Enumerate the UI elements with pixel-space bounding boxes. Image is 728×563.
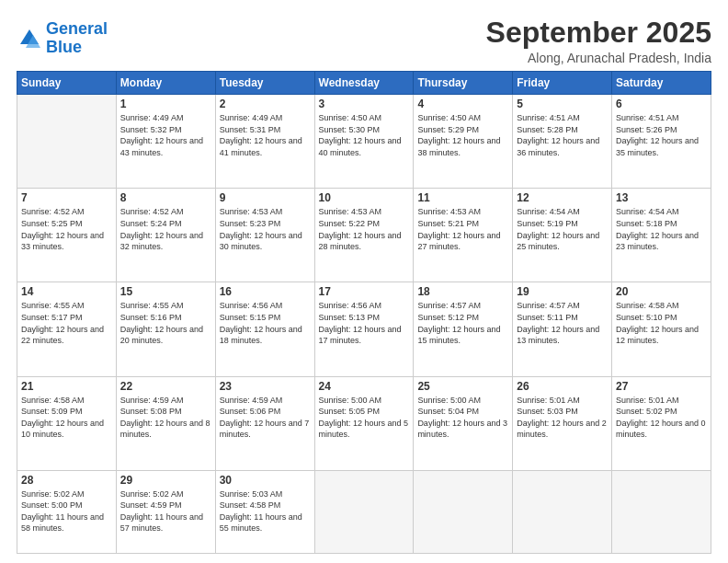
day-info: Sunrise: 4:50 AM Sunset: 5:30 PM Dayligh…	[319, 112, 410, 158]
day-number: 26	[517, 380, 608, 393]
day-number: 8	[120, 191, 211, 204]
day-info: Sunrise: 4:56 AM Sunset: 5:13 PM Dayligh…	[319, 300, 410, 346]
calendar-cell	[414, 470, 513, 553]
day-info: Sunrise: 4:58 AM Sunset: 5:09 PM Dayligh…	[21, 395, 112, 441]
col-friday: Friday	[513, 72, 612, 95]
logo-text: General Blue	[46, 20, 108, 57]
day-info: Sunrise: 5:02 AM Sunset: 4:59 PM Dayligh…	[120, 488, 211, 534]
day-number: 15	[120, 285, 211, 298]
day-info: Sunrise: 5:02 AM Sunset: 5:00 PM Dayligh…	[21, 488, 112, 534]
calendar-cell: 15 Sunrise: 4:55 AM Sunset: 5:16 PM Dayl…	[116, 282, 215, 376]
calendar-cell: 14 Sunrise: 4:55 AM Sunset: 5:17 PM Dayl…	[17, 282, 117, 376]
day-number: 12	[517, 191, 608, 204]
day-number: 4	[417, 98, 508, 110]
day-number: 16	[220, 285, 311, 298]
calendar-cell: 17 Sunrise: 4:56 AM Sunset: 5:13 PM Dayl…	[314, 282, 414, 376]
day-number: 2	[220, 98, 311, 110]
calendar-cell: 13 Sunrise: 4:54 AM Sunset: 5:18 PM Dayl…	[612, 189, 711, 282]
day-number: 30	[220, 474, 311, 487]
calendar-cell: 12 Sunrise: 4:54 AM Sunset: 5:19 PM Dayl…	[513, 189, 612, 282]
calendar-table: Sunday Monday Tuesday Wednesday Thursday…	[17, 71, 711, 554]
day-info: Sunrise: 5:01 AM Sunset: 5:02 PM Dayligh…	[616, 395, 707, 441]
col-wednesday: Wednesday	[314, 72, 414, 95]
day-info: Sunrise: 5:00 AM Sunset: 5:04 PM Dayligh…	[417, 395, 508, 441]
day-info: Sunrise: 4:57 AM Sunset: 5:12 PM Dayligh…	[417, 300, 508, 346]
day-info: Sunrise: 4:53 AM Sunset: 5:23 PM Dayligh…	[220, 206, 311, 252]
day-info: Sunrise: 4:49 AM Sunset: 5:31 PM Dayligh…	[220, 112, 311, 158]
calendar-cell: 29 Sunrise: 5:02 AM Sunset: 4:59 PM Dayl…	[116, 470, 215, 553]
calendar-cell: 22 Sunrise: 4:59 AM Sunset: 5:08 PM Dayl…	[116, 376, 215, 470]
calendar-cell: 26 Sunrise: 5:01 AM Sunset: 5:03 PM Dayl…	[513, 376, 612, 470]
calendar-cell: 18 Sunrise: 4:57 AM Sunset: 5:12 PM Dayl…	[414, 282, 513, 376]
header: General Blue September 2025 Along, Aruna…	[17, 17, 711, 65]
calendar-cell: 27 Sunrise: 5:01 AM Sunset: 5:02 PM Dayl…	[612, 376, 711, 470]
calendar-cell: 8 Sunrise: 4:52 AM Sunset: 5:24 PM Dayli…	[116, 189, 215, 282]
day-info: Sunrise: 4:58 AM Sunset: 5:10 PM Dayligh…	[616, 300, 707, 346]
day-info: Sunrise: 4:53 AM Sunset: 5:22 PM Dayligh…	[319, 206, 410, 252]
day-info: Sunrise: 4:51 AM Sunset: 5:26 PM Dayligh…	[616, 112, 707, 158]
title-block: September 2025 Along, Arunachal Pradesh,…	[486, 17, 711, 65]
calendar-cell: 28 Sunrise: 5:02 AM Sunset: 5:00 PM Dayl…	[17, 470, 117, 553]
calendar-cell: 9 Sunrise: 4:53 AM Sunset: 5:23 PM Dayli…	[215, 189, 314, 282]
calendar-cell: 24 Sunrise: 5:00 AM Sunset: 5:05 PM Dayl…	[314, 376, 414, 470]
calendar-cell	[612, 470, 711, 553]
day-number: 27	[616, 380, 707, 393]
day-number: 22	[120, 380, 211, 393]
calendar-cell: 1 Sunrise: 4:49 AM Sunset: 5:32 PM Dayli…	[116, 95, 215, 189]
col-tuesday: Tuesday	[215, 72, 314, 95]
day-number: 17	[319, 285, 410, 298]
calendar-cell: 20 Sunrise: 4:58 AM Sunset: 5:10 PM Dayl…	[612, 282, 711, 376]
day-info: Sunrise: 4:59 AM Sunset: 5:08 PM Dayligh…	[120, 395, 211, 441]
day-info: Sunrise: 4:55 AM Sunset: 5:16 PM Dayligh…	[120, 300, 211, 346]
calendar-cell: 2 Sunrise: 4:49 AM Sunset: 5:31 PM Dayli…	[215, 95, 314, 189]
day-info: Sunrise: 4:54 AM Sunset: 5:18 PM Dayligh…	[616, 206, 707, 252]
calendar-cell: 25 Sunrise: 5:00 AM Sunset: 5:04 PM Dayl…	[414, 376, 513, 470]
calendar-header-row: Sunday Monday Tuesday Wednesday Thursday…	[17, 72, 711, 95]
day-info: Sunrise: 4:55 AM Sunset: 5:17 PM Dayligh…	[21, 300, 112, 346]
day-info: Sunrise: 4:52 AM Sunset: 5:24 PM Dayligh…	[120, 206, 211, 252]
day-number: 21	[21, 380, 112, 393]
calendar-cell: 16 Sunrise: 4:56 AM Sunset: 5:15 PM Dayl…	[215, 282, 314, 376]
day-info: Sunrise: 5:00 AM Sunset: 5:05 PM Dayligh…	[319, 395, 410, 441]
calendar-cell: 19 Sunrise: 4:57 AM Sunset: 5:11 PM Dayl…	[513, 282, 612, 376]
day-number: 13	[616, 191, 707, 204]
logo-icon	[17, 26, 42, 52]
page: General Blue September 2025 Along, Aruna…	[0, 0, 728, 563]
day-info: Sunrise: 4:56 AM Sunset: 5:15 PM Dayligh…	[220, 300, 311, 346]
calendar-cell: 4 Sunrise: 4:50 AM Sunset: 5:29 PM Dayli…	[414, 95, 513, 189]
calendar-cell: 10 Sunrise: 4:53 AM Sunset: 5:22 PM Dayl…	[314, 189, 414, 282]
month-title: September 2025	[486, 17, 711, 49]
day-number: 9	[220, 191, 311, 204]
day-number: 11	[417, 191, 508, 204]
col-sunday: Sunday	[17, 72, 117, 95]
day-info: Sunrise: 4:49 AM Sunset: 5:32 PM Dayligh…	[120, 112, 211, 158]
day-number: 24	[319, 380, 410, 393]
day-info: Sunrise: 5:01 AM Sunset: 5:03 PM Dayligh…	[517, 395, 608, 441]
day-info: Sunrise: 4:54 AM Sunset: 5:19 PM Dayligh…	[517, 206, 608, 252]
calendar-cell	[314, 470, 414, 553]
calendar-cell: 5 Sunrise: 4:51 AM Sunset: 5:28 PM Dayli…	[513, 95, 612, 189]
calendar-cell	[17, 95, 117, 189]
calendar-cell	[513, 470, 612, 553]
calendar-cell: 11 Sunrise: 4:53 AM Sunset: 5:21 PM Dayl…	[414, 189, 513, 282]
calendar-cell: 6 Sunrise: 4:51 AM Sunset: 5:26 PM Dayli…	[612, 95, 711, 189]
day-info: Sunrise: 4:53 AM Sunset: 5:21 PM Dayligh…	[417, 206, 508, 252]
day-number: 28	[21, 474, 112, 487]
day-number: 3	[319, 98, 410, 110]
day-number: 23	[220, 380, 311, 393]
day-info: Sunrise: 4:57 AM Sunset: 5:11 PM Dayligh…	[517, 300, 608, 346]
day-number: 7	[21, 191, 112, 204]
day-info: Sunrise: 4:52 AM Sunset: 5:25 PM Dayligh…	[21, 206, 112, 252]
col-saturday: Saturday	[612, 72, 711, 95]
calendar-cell: 23 Sunrise: 4:59 AM Sunset: 5:06 PM Dayl…	[215, 376, 314, 470]
day-number: 10	[319, 191, 410, 204]
day-number: 20	[616, 285, 707, 298]
day-number: 19	[517, 285, 608, 298]
col-thursday: Thursday	[414, 72, 513, 95]
day-number: 18	[417, 285, 508, 298]
day-number: 5	[517, 98, 608, 110]
location: Along, Arunachal Pradesh, India	[486, 51, 711, 65]
calendar-cell: 3 Sunrise: 4:50 AM Sunset: 5:30 PM Dayli…	[314, 95, 414, 189]
day-info: Sunrise: 4:59 AM Sunset: 5:06 PM Dayligh…	[220, 395, 311, 441]
day-number: 29	[120, 474, 211, 487]
